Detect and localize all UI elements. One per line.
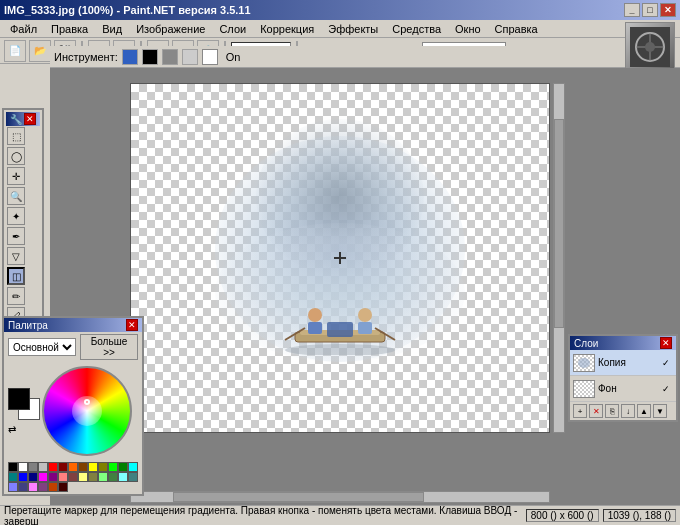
tool-move[interactable]: ✛ — [7, 167, 25, 185]
horizontal-scrollbar[interactable] — [130, 491, 550, 503]
palette-color-swatch[interactable] — [68, 472, 78, 482]
menu-corrections[interactable]: Коррекция — [254, 22, 320, 36]
palette-color-swatch[interactable] — [58, 482, 68, 492]
menu-image[interactable]: Изображение — [130, 22, 211, 36]
menu-help[interactable]: Справка — [489, 22, 544, 36]
tool-gradient[interactable]: ◫ — [7, 267, 25, 285]
layer-delete-button[interactable]: ✕ — [589, 404, 603, 418]
status-right: 800 () x 600 () 1039 (), 188 () — [526, 509, 676, 522]
palette-color-swatch[interactable] — [108, 462, 118, 472]
palette-color-swatch[interactable] — [38, 472, 48, 482]
tool-option-btn-5[interactable] — [202, 49, 218, 65]
palette-color-swatch[interactable] — [18, 462, 28, 472]
palette-color-swatch[interactable] — [38, 462, 48, 472]
open-button[interactable]: 📂 — [29, 40, 51, 62]
layer-up-button[interactable]: ▲ — [637, 404, 651, 418]
layer-row-1[interactable]: Фон ✓ — [570, 376, 676, 402]
palette-color-swatch[interactable] — [28, 472, 38, 482]
cursor-coords-display: 1039 (), 188 () — [603, 509, 676, 522]
menu-view[interactable]: Вид — [96, 22, 128, 36]
tool-option-btn-3[interactable] — [162, 49, 178, 65]
palette-color-swatch[interactable] — [128, 462, 138, 472]
palette-color-swatch[interactable] — [48, 462, 58, 472]
tool-panel-close[interactable]: ✕ — [24, 113, 36, 125]
palette-color-swatch[interactable] — [18, 482, 28, 492]
palette-color-swatch[interactable] — [128, 472, 138, 482]
tool-paint-bucket[interactable]: ▽ — [7, 247, 25, 265]
palette-color-swatch[interactable] — [98, 462, 108, 472]
layers-title-label: Слои — [574, 338, 598, 349]
menu-window[interactable]: Окно — [449, 22, 487, 36]
tool-lasso-select[interactable]: ◯ — [7, 147, 25, 165]
palette-color-swatch[interactable] — [88, 472, 98, 482]
title-bar: IMG_5333.jpg (100%) - Paint.NET версия 3… — [0, 0, 680, 20]
minimize-button[interactable]: _ — [624, 3, 640, 17]
tool-zoom[interactable]: 🔍 — [7, 187, 25, 205]
layer-row-0[interactable]: Копия ✓ — [570, 350, 676, 376]
palette-panel-title: Палитра ✕ — [4, 318, 142, 332]
palette-color-swatch[interactable] — [58, 462, 68, 472]
layer-visibility-0[interactable]: ✓ — [659, 356, 673, 370]
paintnet-logo-icon — [630, 27, 670, 67]
palette-color-swatch[interactable] — [68, 462, 78, 472]
layer-merge-button[interactable]: ↓ — [621, 404, 635, 418]
palette-mode-select[interactable]: Основной — [8, 338, 76, 356]
close-button[interactable]: ✕ — [660, 3, 676, 17]
palette-color-swatch[interactable] — [98, 472, 108, 482]
new-button[interactable]: 📄 — [4, 40, 26, 62]
palette-color-swatch[interactable] — [78, 472, 88, 482]
palette-color-swatch[interactable] — [18, 472, 28, 482]
svg-point-3 — [285, 344, 395, 355]
layers-panel-close[interactable]: ✕ — [660, 337, 672, 349]
tool-panel-label: 🔧 — [10, 114, 22, 125]
layer-visibility-1[interactable]: ✓ — [659, 382, 673, 396]
palette-more-button[interactable]: Больше >> — [80, 334, 138, 360]
palette-color-swatch[interactable] — [48, 472, 58, 482]
palette-color-swatch[interactable] — [48, 482, 58, 492]
menu-layers[interactable]: Слои — [213, 22, 252, 36]
v-scroll-thumb[interactable] — [554, 119, 564, 328]
svg-point-6 — [308, 308, 322, 322]
palette-color-swatch[interactable] — [58, 472, 68, 482]
layer-down-button[interactable]: ▼ — [653, 404, 667, 418]
layer-thumb-icon-0 — [574, 355, 594, 371]
tool-eyedropper[interactable]: ✒ — [7, 227, 25, 245]
window-controls: _ □ ✕ — [624, 3, 676, 17]
palette-color-swatch[interactable] — [28, 482, 38, 492]
window-title: IMG_5333.jpg (100%) - Paint.NET версия 3… — [4, 4, 251, 16]
tool-rectangle-select[interactable]: ⬚ — [7, 127, 25, 145]
palette-color-swatch[interactable] — [8, 462, 18, 472]
tool-pencil[interactable]: ✏ — [7, 287, 25, 305]
palette-color-swatch[interactable] — [28, 462, 38, 472]
maximize-button[interactable]: □ — [642, 3, 658, 17]
palette-color-swatch[interactable] — [108, 472, 118, 482]
tool-option-btn-1[interactable] — [122, 49, 138, 65]
layer-duplicate-button[interactable]: ⎘ — [605, 404, 619, 418]
palette-color-swatch[interactable] — [8, 482, 18, 492]
palette-color-swatch[interactable] — [8, 472, 18, 482]
canvas-area[interactable] — [50, 68, 680, 505]
tool-option-btn-4[interactable] — [182, 49, 198, 65]
palette-color-swatch[interactable] — [78, 462, 88, 472]
palette-color-swatch[interactable] — [118, 462, 128, 472]
h-scroll-thumb[interactable] — [173, 492, 424, 502]
fg-color-display[interactable] — [8, 388, 30, 410]
swap-icon[interactable]: ⇄ — [8, 424, 16, 435]
palette-color-swatch[interactable] — [118, 472, 128, 482]
palette-color-swatch[interactable] — [88, 462, 98, 472]
menu-effects[interactable]: Эффекты — [322, 22, 384, 36]
layer-add-button[interactable]: + — [573, 404, 587, 418]
vertical-scrollbar[interactable] — [553, 83, 565, 433]
menu-file[interactable]: Файл — [4, 22, 43, 36]
tool-magic-wand[interactable]: ✦ — [7, 207, 25, 225]
color-wheel[interactable] — [42, 366, 132, 456]
palette-panel-close[interactable]: ✕ — [126, 319, 138, 331]
menu-edit[interactable]: Правка — [45, 22, 94, 36]
palette-color-swatch[interactable] — [38, 482, 48, 492]
boat-people-illustration — [275, 280, 405, 355]
layer-thumb-icon-1 — [574, 381, 594, 397]
menu-tools[interactable]: Средства — [386, 22, 447, 36]
layer-thumb-0 — [573, 354, 595, 372]
svg-rect-12 — [327, 322, 353, 337]
tool-option-btn-2[interactable] — [142, 49, 158, 65]
